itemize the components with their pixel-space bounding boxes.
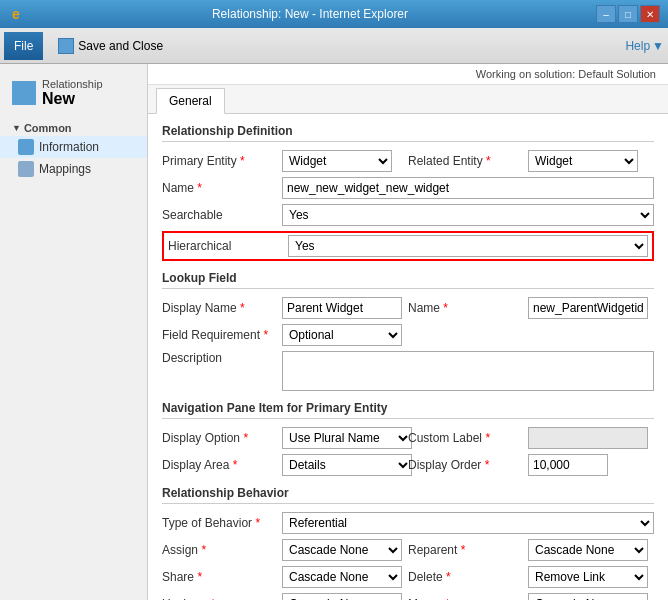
display-order-col: Display Order * xyxy=(408,454,654,476)
hierarchical-control: Yes No xyxy=(288,235,648,257)
field-requirement-label: Field Requirement * xyxy=(162,328,282,342)
save-icon xyxy=(58,38,74,54)
related-entity-col: Related Entity * Widget xyxy=(408,150,654,172)
display-option-select[interactable]: Use Plural Name Custom Label Do Not Disp… xyxy=(282,427,412,449)
merge-select[interactable]: Cascade None xyxy=(528,593,648,600)
maximize-button[interactable]: □ xyxy=(618,5,638,23)
type-behavior-control: Referential Referential, Restrict Delete… xyxy=(282,512,654,534)
sidebar-item-information-label: Information xyxy=(39,140,99,154)
mappings-icon xyxy=(18,161,34,177)
primary-entity-value: Widget xyxy=(282,150,408,172)
right-panel: Working on solution: Default Solution Ge… xyxy=(148,64,668,600)
sidebar-item-mappings[interactable]: Mappings xyxy=(0,158,147,180)
display-option-value: Use Plural Name Custom Label Do Not Disp… xyxy=(282,427,412,449)
close-button[interactable]: ✕ xyxy=(640,5,660,23)
description-row: Description xyxy=(162,351,654,391)
delete-select[interactable]: Remove Link Cascade None xyxy=(528,566,648,588)
searchable-label: Searchable xyxy=(162,208,282,222)
display-name-label: Display Name * xyxy=(162,301,282,315)
lookup-name-value xyxy=(528,297,654,319)
delete-value: Remove Link Cascade None xyxy=(528,566,654,588)
display-area-select[interactable]: Details xyxy=(282,454,412,476)
primary-entity-select[interactable]: Widget xyxy=(282,150,392,172)
type-behavior-label: Type of Behavior * xyxy=(162,516,282,530)
unshare-select[interactable]: Cascade None xyxy=(282,593,402,600)
reparent-label: Reparent * xyxy=(408,543,528,557)
lookup-field-header: Lookup Field xyxy=(162,271,654,289)
merge-col: Merge * Cascade None xyxy=(408,593,654,600)
assign-col: Assign * Cascade None xyxy=(162,539,408,561)
lookup-name-col: Name * xyxy=(408,297,654,319)
entity-name: New xyxy=(42,90,103,108)
left-panel: Relationship New ▼ Common Information Ma… xyxy=(0,64,148,600)
share-value: Cascade None xyxy=(282,566,408,588)
type-behavior-select[interactable]: Referential Referential, Restrict Delete… xyxy=(282,512,654,534)
nav-pane-header: Navigation Pane Item for Primary Entity xyxy=(162,401,654,419)
display-name-input[interactable] xyxy=(282,297,402,319)
related-entity-label: Related Entity * xyxy=(408,154,528,168)
section-label: Common xyxy=(24,122,72,134)
window-controls: – □ ✕ xyxy=(596,5,660,23)
help-button[interactable]: Help ▼ xyxy=(625,39,664,53)
ie-icon: e xyxy=(8,6,24,22)
unshare-value: Cascade None xyxy=(282,593,408,600)
searchable-select[interactable]: Yes No xyxy=(282,204,654,226)
nav-section-header: ▼ Common xyxy=(0,116,147,136)
title-bar: e Relationship: New - Internet Explorer … xyxy=(0,0,668,28)
custom-label-col: Custom Label * xyxy=(408,427,654,449)
relationship-definition-header: Relationship Definition xyxy=(162,124,654,142)
reparent-value: Cascade None xyxy=(528,539,654,561)
sidebar-item-information[interactable]: Information xyxy=(0,136,147,158)
field-requirement-select[interactable]: Optional Required xyxy=(282,324,402,346)
info-icon xyxy=(18,139,34,155)
hierarchical-select[interactable]: Yes No xyxy=(288,235,648,257)
share-select[interactable]: Cascade None xyxy=(282,566,402,588)
name-input[interactable] xyxy=(282,177,654,199)
primary-entity-col: Primary Entity * Widget xyxy=(162,150,408,172)
window-title: Relationship: New - Internet Explorer xyxy=(24,7,596,21)
unshare-merge-row: Unshare * Cascade None Merge * xyxy=(162,593,654,600)
display-name-value xyxy=(282,297,408,319)
entity-row: Primary Entity * Widget Related Entity * xyxy=(162,150,654,172)
minimize-button[interactable]: – xyxy=(596,5,616,23)
custom-label-value xyxy=(528,427,654,449)
merge-value: Cascade None xyxy=(528,593,654,600)
searchable-row: Searchable Yes No xyxy=(162,204,654,226)
help-dropdown-icon: ▼ xyxy=(652,39,664,53)
assign-select[interactable]: Cascade None xyxy=(282,539,402,561)
file-button[interactable]: File xyxy=(4,32,43,60)
solution-text: Working on solution: Default Solution xyxy=(476,68,656,80)
searchable-control: Yes No xyxy=(282,204,654,226)
display-area-value: Details xyxy=(282,454,412,476)
entity-icon xyxy=(12,81,36,105)
assign-label: Assign * xyxy=(162,543,282,557)
hierarchical-row: Hierarchical Yes No xyxy=(162,231,654,261)
share-delete-row: Share * Cascade None Delete * xyxy=(162,566,654,588)
display-order-input[interactable] xyxy=(528,454,608,476)
tabs-bar: General xyxy=(148,85,668,114)
rel-behavior-header: Relationship Behavior xyxy=(162,486,654,504)
description-control xyxy=(282,351,654,391)
display-option-col: Display Option * Use Plural Name Custom … xyxy=(162,427,408,449)
description-textarea[interactable] xyxy=(282,351,654,391)
display-area-col: Display Area * Details xyxy=(162,454,408,476)
share-label: Share * xyxy=(162,570,282,584)
custom-label-readonly xyxy=(528,427,648,449)
assign-reparent-row: Assign * Cascade None Reparent * xyxy=(162,539,654,561)
custom-label-label: Custom Label * xyxy=(408,431,528,445)
lookup-name-input[interactable] xyxy=(528,297,648,319)
display-order-label: Display Order * xyxy=(408,458,528,472)
field-requirement-control: Optional Required xyxy=(282,324,654,346)
save-close-button[interactable]: Save and Close xyxy=(49,32,172,60)
related-entity-select[interactable]: Widget xyxy=(528,150,638,172)
reparent-select[interactable]: Cascade None xyxy=(528,539,648,561)
lookup-name-row: Display Name * Name * xyxy=(162,297,654,319)
name-label: Name * xyxy=(162,181,282,195)
entity-header: Relationship New xyxy=(0,72,147,116)
display-name-col: Display Name * xyxy=(162,297,408,319)
tab-general[interactable]: General xyxy=(156,88,225,114)
hierarchical-label: Hierarchical xyxy=(168,239,288,253)
share-col: Share * Cascade None xyxy=(162,566,408,588)
unshare-col: Unshare * Cascade None xyxy=(162,593,408,600)
nav-pane-row2: Display Area * Details Display Order * xyxy=(162,454,654,476)
